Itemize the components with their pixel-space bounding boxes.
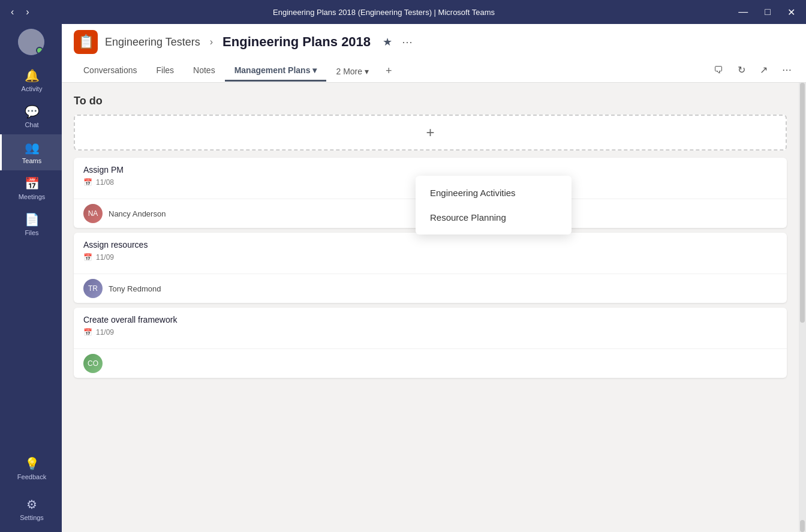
planner-container: To do + Assign PM 📅 11/08 xyxy=(62,83,799,532)
nancy-avatar: NA xyxy=(83,204,103,223)
close-button[interactable]: ✕ xyxy=(784,7,799,18)
tab-notes[interactable]: Notes xyxy=(184,61,225,82)
calendar-icon-1: 📅 xyxy=(83,178,92,187)
forward-button[interactable]: › xyxy=(22,7,32,17)
management-plans-chevron-icon: ▾ xyxy=(312,65,317,75)
todo-section: To do + Assign PM 📅 11/08 xyxy=(74,95,787,378)
task-3-title: Create overall framework xyxy=(83,315,777,324)
task-3-date: 📅 11/09 xyxy=(83,328,777,336)
app-container: 🔔 Activity 💬 Chat 👥 Teams 📅 Meetings 📄 F… xyxy=(0,24,806,532)
sidebar-item-feedback[interactable]: 💡 Feedback xyxy=(0,450,62,486)
online-indicator xyxy=(36,47,43,54)
sidebar-item-meetings[interactable]: 📅 Meetings xyxy=(0,170,62,206)
nancy-avatar-initials: NA xyxy=(88,209,98,218)
chat-label: Chat xyxy=(25,121,38,128)
third-avatar: CO xyxy=(83,354,103,373)
task-3-assignee: CO xyxy=(74,348,787,378)
teams-label: Teams xyxy=(22,157,41,164)
channel-header: 📋 Engineering Testers › Engineering Plan… xyxy=(62,24,806,83)
window-title: Engineering Plans 2018 (Engineering Test… xyxy=(33,8,735,17)
tabs-actions: 🗨 ↻ ↗ ⋯ xyxy=(711,62,794,80)
main-area: 📋 Engineering Testers › Engineering Plan… xyxy=(62,24,806,532)
settings-label: Settings xyxy=(20,514,44,521)
chat-icon: 💬 xyxy=(25,104,40,119)
dropdown-menu: Engineering Activities Resource Planning xyxy=(416,176,572,235)
task-card-3[interactable]: Create overall framework 📅 11/09 CO xyxy=(74,308,787,378)
channel-title-row: 📋 Engineering Testers › Engineering Plan… xyxy=(74,30,794,54)
refresh-action-button[interactable]: ↻ xyxy=(735,62,748,78)
task-2-assignee-name: Tony Redmond xyxy=(109,284,161,293)
files-icon: 📄 xyxy=(25,212,40,227)
add-task-icon: + xyxy=(426,124,434,141)
activity-icon: 🔔 xyxy=(25,68,40,83)
tab-files[interactable]: Files xyxy=(147,61,184,82)
dropdown-item-resource-planning[interactable]: Resource Planning xyxy=(416,205,572,230)
titlebar-nav: ‹ › xyxy=(7,7,33,17)
minimize-button[interactable]: — xyxy=(735,7,751,18)
tony-avatar: TR xyxy=(83,279,103,298)
activity-label: Activity xyxy=(22,85,43,92)
task-card-2-inner: Assign resources 📅 11/09 xyxy=(74,233,787,273)
meetings-icon: 📅 xyxy=(25,176,40,191)
teams-icon: 👥 xyxy=(25,140,40,155)
add-task-card[interactable]: + xyxy=(74,115,787,151)
conversation-action-button[interactable]: 🗨 xyxy=(711,62,726,78)
tab-more[interactable]: 2 More ▾ xyxy=(326,62,378,81)
feedback-icon: 💡 xyxy=(25,456,40,471)
task-2-assignee: TR Tony Redmond xyxy=(74,273,787,303)
task-3-date-value: 11/09 xyxy=(96,328,114,336)
scrollbar-track[interactable] xyxy=(799,83,806,532)
sidebar-item-settings[interactable]: ⚙ Settings xyxy=(0,491,62,527)
files-label: Files xyxy=(25,229,38,236)
dropdown-item-engineering-activities[interactable]: Engineering Activities xyxy=(416,181,572,205)
popout-action-button[interactable]: ↗ xyxy=(757,62,770,78)
favorite-star-icon[interactable]: ★ xyxy=(383,35,392,49)
task-2-date-value: 11/09 xyxy=(96,253,114,262)
task-1-assignee-name: Nancy Anderson xyxy=(109,209,166,218)
task-1-title: Assign PM xyxy=(83,165,777,175)
user-avatar[interactable] xyxy=(18,29,44,55)
tab-conversations[interactable]: Conversations xyxy=(74,61,147,82)
task-1-date-value: 11/08 xyxy=(96,178,114,187)
feedback-label: Feedback xyxy=(17,473,46,480)
sidebar-item-teams[interactable]: 👥 Teams xyxy=(0,134,62,170)
scrollbar-thumb-bottom[interactable] xyxy=(800,520,805,532)
sidebar-item-chat[interactable]: 💬 Chat xyxy=(0,98,62,134)
calendar-icon-3: 📅 xyxy=(83,328,92,336)
scrollbar-thumb[interactable] xyxy=(800,83,805,323)
section-title: To do xyxy=(74,95,787,107)
title-bar: ‹ › Engineering Plans 2018 (Engineering … xyxy=(0,0,806,24)
office-logo: 📋 xyxy=(74,30,98,54)
sidebar-item-activity[interactable]: 🔔 Activity xyxy=(0,62,62,98)
sidebar: 🔔 Activity 💬 Chat 👥 Teams 📅 Meetings 📄 F… xyxy=(0,24,62,532)
calendar-icon-2: 📅 xyxy=(83,253,92,262)
sidebar-item-files[interactable]: 📄 Files xyxy=(0,206,62,242)
more-actions-button[interactable]: ⋯ xyxy=(780,62,794,78)
channel-options-icon[interactable]: ⋯ xyxy=(402,35,413,49)
meetings-label: Meetings xyxy=(19,193,46,200)
team-name: Engineering Testers xyxy=(105,36,200,49)
content-area: To do + Assign PM 📅 11/08 xyxy=(62,83,806,532)
task-card-2[interactable]: Assign resources 📅 11/09 TR Tony Redmond xyxy=(74,233,787,303)
tab-add-button[interactable]: + xyxy=(378,60,399,82)
task-card-3-inner: Create overall framework 📅 11/09 xyxy=(74,308,787,348)
channel-name: Engineering Plans 2018 xyxy=(222,34,371,50)
back-button[interactable]: ‹ xyxy=(7,7,17,17)
maximize-button[interactable]: □ xyxy=(761,7,774,18)
third-avatar-initials: CO xyxy=(88,359,98,368)
settings-icon: ⚙ xyxy=(26,497,37,512)
more-chevron-icon: ▾ xyxy=(365,67,369,76)
tab-management-plans[interactable]: Management Plans ▾ xyxy=(225,61,327,82)
tabs-row: Conversations Files Notes Management Pla… xyxy=(74,60,794,82)
window-controls: — □ ✕ xyxy=(735,7,799,18)
tony-avatar-initials: TR xyxy=(88,284,98,293)
chevron-separator: › xyxy=(210,37,213,47)
task-2-date: 📅 11/09 xyxy=(83,253,777,262)
task-2-title: Assign resources xyxy=(83,240,777,250)
